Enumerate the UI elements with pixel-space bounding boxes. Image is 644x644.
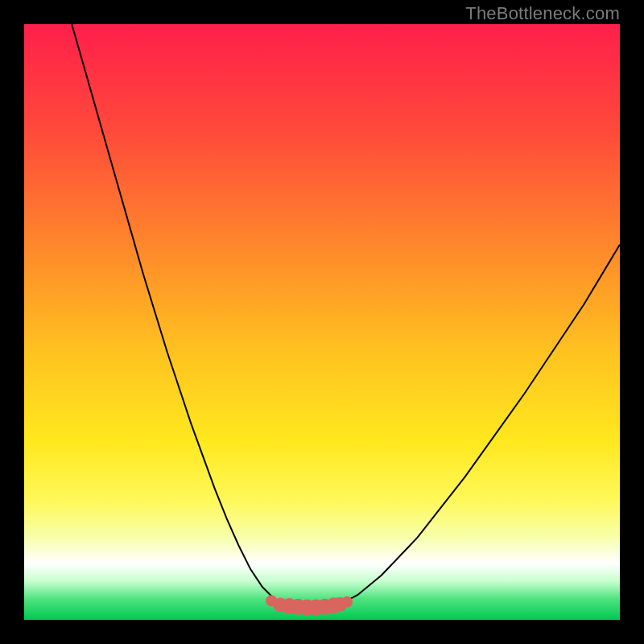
plot-area xyxy=(24,24,620,620)
chart-frame: TheBottleneck.com xyxy=(0,0,644,644)
chart-svg xyxy=(24,24,620,620)
valley-marker xyxy=(341,597,353,608)
gradient-bg xyxy=(24,24,620,620)
watermark-text: TheBottleneck.com xyxy=(465,3,620,24)
